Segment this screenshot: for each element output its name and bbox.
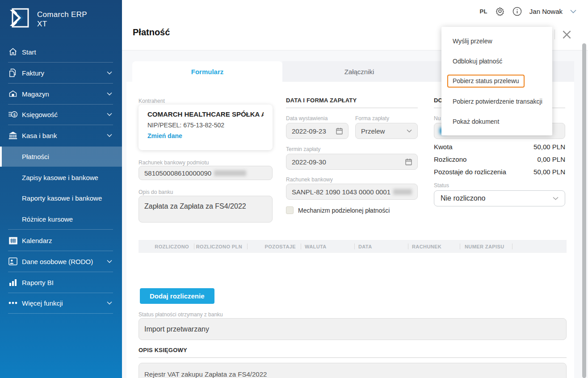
menu-item-wyslij-przelew[interactable]: Wyślij przelew bbox=[441, 31, 552, 51]
rachunek-bankowy-input[interactable]: SANPL-82 1090 1043 0000 0001 bbox=[286, 184, 418, 200]
payment-actions-menu: Wyślij przelew Odblokuj płatność Pobierz… bbox=[441, 27, 552, 135]
kwota-row: Kwota 50,00 PLN bbox=[434, 143, 565, 155]
user-menu[interactable]: Jan Nowak bbox=[529, 8, 563, 15]
sidebar-item-roznice-kursowe[interactable]: Różnice kursowe bbox=[0, 209, 122, 229]
status-banku-input[interactable]: Import przetwarzany bbox=[139, 318, 567, 340]
kontrahent-name: COMARCH HEALTHCARE SPÓŁKA AK... bbox=[147, 110, 264, 118]
rozliczono-row: Rozliczono 0,00 PLN bbox=[434, 155, 565, 167]
tab-formularz[interactable]: Formularz bbox=[132, 61, 282, 82]
rachunek-bankowy-label: Rachunek bankowy bbox=[286, 176, 333, 183]
menu-item-pokaz-dokument[interactable]: Pokaż dokument bbox=[441, 111, 552, 131]
rachunek-podmiotu-input[interactable]: 581050008610000090 bbox=[139, 166, 273, 180]
kontrahent-card: COMARCH HEALTHCARE SPÓŁKA AK... NIP/PESE… bbox=[139, 105, 273, 150]
data-wystawienia-label: Data wystawienia bbox=[286, 115, 328, 122]
bar-chart-icon bbox=[8, 277, 18, 287]
column-header: WALUTA bbox=[301, 240, 355, 253]
chevron-down-icon bbox=[407, 129, 412, 133]
app-logo: Comarch ERP XT bbox=[8, 7, 87, 29]
sidebar-item-wiecej-funkcji[interactable]: Więcej funkcji bbox=[0, 293, 122, 313]
column-header: DATA bbox=[355, 240, 408, 253]
app-logo-text: Comarch ERP XT bbox=[37, 7, 87, 29]
chevron-down-icon bbox=[107, 134, 112, 137]
termin-zaplaty-label: Termin zapłaty bbox=[286, 146, 320, 152]
kontrahent-label: Kontrahent bbox=[139, 98, 165, 104]
language-indicator[interactable]: PL bbox=[480, 8, 487, 15]
sidebar-item-start[interactable]: Start bbox=[0, 42, 122, 62]
split-payment-label: Mechanizm podzielonej płatności bbox=[298, 207, 390, 214]
data-wystawienia-input[interactable]: 2022-09-23 bbox=[286, 123, 349, 139]
column-header-empty bbox=[512, 240, 567, 253]
sidebar-item-faktury[interactable]: Faktury bbox=[0, 63, 122, 83]
forma-zaplaty-label: Forma zapłaty bbox=[355, 115, 389, 122]
redacted-value bbox=[214, 170, 246, 176]
highlighted-menu-item: Pobierz status przelewu bbox=[447, 75, 525, 88]
pozostaje-value: 50,00 PLN bbox=[533, 168, 565, 180]
opis-do-banku-label: Opis do banku bbox=[139, 189, 173, 195]
column-header: RACHUNEK bbox=[408, 240, 460, 253]
sidebar-item-raporty-kasowe[interactable]: Raporty kasowe i bankowe bbox=[0, 188, 122, 208]
page-title: Płatność bbox=[133, 27, 170, 38]
chevron-down-icon[interactable] bbox=[570, 9, 576, 13]
calendar-icon bbox=[8, 235, 18, 245]
sidebar-item-kasa-i-bank[interactable]: Kasa i bank bbox=[0, 125, 122, 146]
column-header: ROZLICZONO bbox=[139, 240, 194, 253]
kwota-value: 50,00 PLN bbox=[533, 143, 565, 155]
header-divider bbox=[554, 29, 555, 39]
home-icon bbox=[8, 47, 18, 57]
calendar-icon[interactable] bbox=[336, 127, 343, 134]
opis-ksiegowy-input[interactable]: Rejestr VAT zakupu Zapłata za FS4/2022 bbox=[139, 363, 567, 378]
info-icon[interactable] bbox=[512, 7, 522, 16]
sidebar-item-raporty-bi[interactable]: Raporty BI bbox=[0, 272, 122, 293]
status-select[interactable]: Nie rozliczono bbox=[434, 190, 565, 206]
sidebar-item-kalendarz[interactable]: Kalendarz bbox=[0, 230, 122, 251]
forma-zaplaty-select[interactable]: Przelew bbox=[355, 123, 418, 139]
accounting-coins-icon: $ bbox=[8, 109, 18, 119]
vertical-scrollbar[interactable] bbox=[582, 43, 586, 378]
sidebar-item-platnosci[interactable]: Płatności bbox=[0, 147, 122, 167]
app-root: Comarch ERP XT Start Faktury Magazyn bbox=[0, 0, 588, 378]
ellipsis-icon bbox=[8, 298, 18, 308]
calendar-icon[interactable] bbox=[405, 158, 412, 165]
change-data-link[interactable]: Zmień dane bbox=[147, 132, 182, 139]
sidebar-divider bbox=[8, 229, 113, 230]
column-header: NUMER ZAPISU bbox=[460, 240, 512, 253]
kwota-label: Kwota bbox=[434, 143, 453, 155]
numer-dokumentu-label: Nu bbox=[434, 115, 441, 122]
column-header: ROZLICZONO PLN bbox=[194, 240, 248, 253]
rozliczono-label: Rozliczono bbox=[434, 155, 466, 167]
bank-icon bbox=[8, 130, 18, 140]
opis-do-banku-input[interactable]: Zapłata za Zapłata za FS4/2022 bbox=[139, 196, 273, 223]
sidebar-item-dane-osobowe[interactable]: Dane osobowe (RODO) bbox=[0, 251, 122, 272]
menu-item-odblokuj-platnosc[interactable]: Odblokuj płatność bbox=[441, 51, 552, 71]
status-label: Status bbox=[434, 182, 449, 189]
gear-icon[interactable] bbox=[495, 6, 505, 16]
close-icon[interactable] bbox=[562, 30, 571, 39]
chevron-down-icon bbox=[107, 260, 112, 263]
split-payment-checkbox[interactable] bbox=[286, 206, 294, 214]
redacted-value bbox=[393, 189, 412, 195]
rachunek-podmiotu-label: Rachunek bankowy podmiotu bbox=[139, 160, 209, 166]
status-banku-label: Status płatności otrzymany z banku bbox=[139, 311, 223, 318]
chevron-down-icon bbox=[107, 71, 112, 75]
sidebar-item-zapisy-kasowe[interactable]: Zapisy kasowe i bankowe bbox=[0, 167, 122, 188]
sidebar-item-magazyn[interactable]: Magazyn bbox=[0, 84, 122, 104]
add-settlement-button[interactable]: Dodaj rozliczenie bbox=[140, 288, 214, 304]
warehouse-icon bbox=[8, 89, 18, 99]
chevron-down-icon bbox=[107, 92, 112, 96]
chevron-down-icon bbox=[107, 113, 112, 116]
rozliczono-value: 0,00 PLN bbox=[537, 155, 565, 167]
column-header: POZOSTAJE bbox=[248, 240, 301, 253]
termin-zaplaty-input[interactable]: 2022-09-30 bbox=[286, 154, 418, 170]
chevron-down-icon bbox=[553, 197, 559, 200]
svg-text:$: $ bbox=[13, 112, 16, 117]
menu-item-pobierz-status-przelewu[interactable]: Pobierz status przelewu bbox=[441, 71, 552, 91]
sidebar-item-ksiegowosc[interactable]: $ Księgowość bbox=[0, 104, 122, 125]
rozliczenia-table-header: ROZLICZONO ROZLICZONO PLN POZOSTAJE WALU… bbox=[139, 240, 567, 253]
menu-item-pobierz-potwierdzenie[interactable]: Pobierz potwierdzenie transakcji bbox=[441, 91, 552, 111]
tab-zalaczniki[interactable]: Załączniki bbox=[282, 61, 436, 82]
chevron-down-icon bbox=[107, 301, 112, 305]
section-opis-ksiegowy: OPIS KSIĘGOWY bbox=[139, 347, 567, 358]
kontrahent-nip: NIP/PESEL: 675-13-82-502 bbox=[147, 122, 264, 129]
pozostaje-row: Pozostaje do rozliczenia 50,00 PLN bbox=[434, 168, 565, 180]
sidebar: Comarch ERP XT Start Faktury Magazyn bbox=[0, 0, 122, 378]
